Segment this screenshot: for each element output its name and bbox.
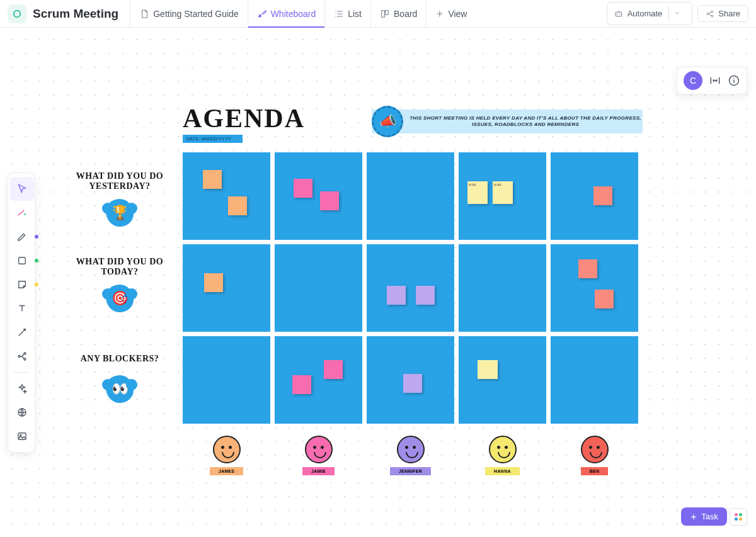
sticky-note[interactable]: to do: xyxy=(467,181,488,204)
cell[interactable] xyxy=(551,152,638,240)
info-icon xyxy=(728,74,740,87)
sticky-note[interactable] xyxy=(595,290,614,308)
cell[interactable] xyxy=(275,244,362,332)
tool-select[interactable] xyxy=(10,177,34,201)
cell[interactable] xyxy=(183,152,270,240)
cell[interactable] xyxy=(551,336,638,424)
person-james[interactable]: JAMES xyxy=(183,436,270,475)
tool-text[interactable] xyxy=(8,297,36,320)
cell[interactable] xyxy=(183,244,270,332)
whiteboard-canvas[interactable]: C AGENDA DATE: MM/DD/YYYY THIS SHORT MEE… xyxy=(0,28,756,537)
sticky-note[interactable] xyxy=(228,196,247,215)
tool-image[interactable] xyxy=(8,424,36,448)
cell[interactable] xyxy=(459,244,546,332)
tool-web[interactable] xyxy=(8,400,36,424)
sparkles-icon xyxy=(16,383,28,394)
sticky-note[interactable] xyxy=(204,273,223,292)
apps-button[interactable] xyxy=(730,508,747,526)
page-title[interactable]: Scrum Meeting xyxy=(33,7,118,21)
circle-icon xyxy=(12,9,22,19)
cell[interactable] xyxy=(367,152,454,240)
cell[interactable] xyxy=(367,244,454,332)
cell[interactable]: to do: to do: xyxy=(459,152,546,240)
robot-icon xyxy=(614,9,624,19)
fit-width-button[interactable] xyxy=(709,74,721,87)
person-ben[interactable]: BEN xyxy=(551,436,638,475)
sticky-note[interactable] xyxy=(593,186,612,205)
date-tag[interactable]: DATE: MM/DD/YYYY xyxy=(183,135,243,143)
info-button[interactable] xyxy=(728,74,740,87)
branch-icon xyxy=(16,351,28,362)
tab-getting-started[interactable]: Getting Started Guide xyxy=(130,0,248,28)
target-icon: 🎯 xyxy=(106,285,134,312)
plus-icon xyxy=(690,513,697,521)
tool-ai[interactable] xyxy=(8,376,36,400)
sticky-note[interactable] xyxy=(294,179,312,198)
new-task-button[interactable]: Task xyxy=(681,507,727,526)
name-tag: BEN xyxy=(581,467,609,475)
smiley-icon xyxy=(213,436,241,463)
banner[interactable]: THIS SHORT MEETING IS HELD EVERY DAY AND… xyxy=(372,110,643,133)
person-jennifer[interactable]: JENNIFER xyxy=(367,436,454,475)
tool-sticky-note[interactable] xyxy=(8,273,36,297)
sticky-note[interactable] xyxy=(292,375,311,394)
sticky-note[interactable] xyxy=(578,259,597,278)
svg-rect-3 xyxy=(616,12,621,16)
sticky-note[interactable] xyxy=(320,191,339,210)
svg-rect-1 xyxy=(382,10,385,17)
sticky-note[interactable] xyxy=(324,360,343,379)
share-button[interactable]: Share xyxy=(697,5,748,22)
workspace-icon[interactable] xyxy=(8,4,26,23)
cell[interactable] xyxy=(275,152,362,240)
text-icon xyxy=(16,303,28,314)
sticky-note[interactable] xyxy=(403,374,422,393)
svg-point-4 xyxy=(617,13,618,14)
automate-chevron[interactable] xyxy=(668,6,685,21)
sticky-note[interactable] xyxy=(203,170,222,189)
avatar[interactable]: C xyxy=(684,71,702,90)
sticky-note[interactable] xyxy=(387,286,406,305)
tool-pen[interactable] xyxy=(8,225,36,249)
svg-point-12 xyxy=(24,358,26,360)
tool-generate[interactable] xyxy=(8,201,36,225)
name-tag: JAMES xyxy=(210,467,244,475)
board-icon xyxy=(380,9,390,19)
apps-icon xyxy=(735,513,742,521)
people-row: JAMES JAMIE JENNIFER HANNA BEN xyxy=(183,436,638,475)
smiley-icon xyxy=(489,436,517,463)
cell[interactable] xyxy=(183,336,270,424)
tab-list[interactable]: List xyxy=(325,0,371,28)
image-icon xyxy=(16,431,28,442)
automate-button[interactable]: Automate xyxy=(607,2,693,25)
eyes-icon: 👀 xyxy=(106,375,134,403)
person-jamie[interactable]: JAMIE xyxy=(275,436,362,475)
row-label-blockers[interactable]: ANY BLOCKERS? xyxy=(69,354,170,364)
tool-connector[interactable] xyxy=(8,320,36,344)
cell[interactable] xyxy=(367,336,454,424)
row-label-today[interactable]: WHAT DID YOU DO TODAY? xyxy=(69,257,170,277)
share-icon xyxy=(706,9,714,18)
plus-icon xyxy=(435,9,444,18)
person-hanna[interactable]: HANNA xyxy=(459,436,546,475)
sticky-grid: to do: to do: xyxy=(183,152,638,424)
svg-rect-14 xyxy=(18,433,26,440)
globe-icon xyxy=(16,407,28,418)
tab-whiteboard[interactable]: Whiteboard xyxy=(248,0,326,28)
tool-shape[interactable] xyxy=(8,249,36,273)
cell[interactable] xyxy=(275,336,362,424)
whiteboard-icon xyxy=(257,9,267,19)
tab-board[interactable]: Board xyxy=(371,0,427,28)
sticky-note[interactable] xyxy=(478,360,498,379)
sticky-note[interactable]: to do: xyxy=(493,181,513,204)
sticky-note[interactable] xyxy=(416,286,435,305)
tool-mindmap[interactable] xyxy=(8,344,36,368)
row-label-yesterday[interactable]: WHAT DID YOU DO YESTERDAY? xyxy=(69,171,170,191)
smiley-icon xyxy=(581,436,609,463)
svg-point-0 xyxy=(14,10,21,17)
pen-icon xyxy=(16,231,28,242)
cell[interactable] xyxy=(459,336,546,424)
add-view-button[interactable]: View xyxy=(427,9,476,19)
svg-rect-9 xyxy=(19,257,26,264)
agenda-title[interactable]: AGENDA xyxy=(183,103,305,133)
cell[interactable] xyxy=(551,244,638,332)
